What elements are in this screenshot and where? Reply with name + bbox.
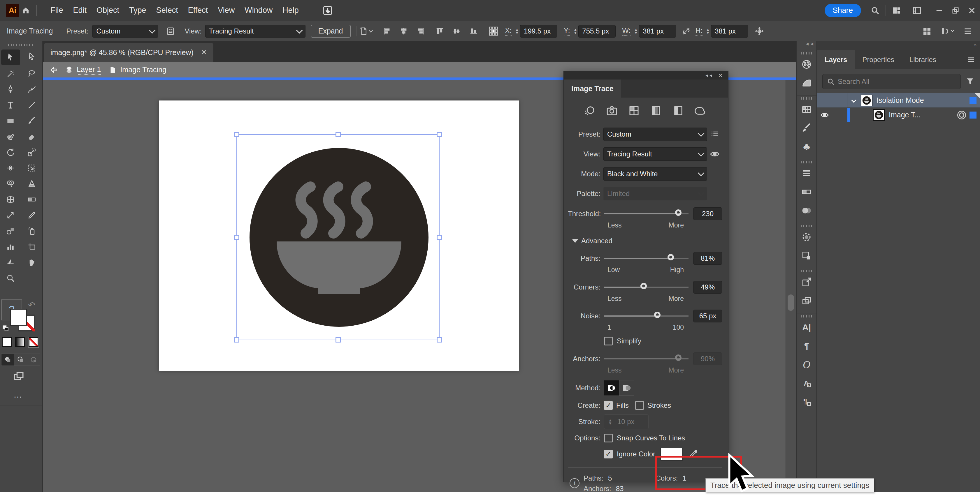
panel-icon-gradient[interactable]: [797, 182, 816, 201]
selection-handle[interactable]: [437, 235, 442, 240]
panel-drag-handle[interactable]: [801, 270, 812, 272]
breadcrumb-layer[interactable]: Layer 1: [77, 65, 101, 75]
share-button[interactable]: Share: [825, 4, 861, 17]
simplify-checkbox[interactable]: [604, 337, 613, 346]
panel-drag-handle[interactable]: [801, 225, 812, 227]
tool-reshape[interactable]: [0, 207, 21, 223]
tool-zoom[interactable]: [0, 270, 21, 286]
lock-column[interactable]: [832, 108, 847, 122]
panel-icon-opentype[interactable]: O: [797, 355, 816, 374]
selection-handle[interactable]: [336, 337, 341, 343]
w-field[interactable]: ▲▼ 381 px: [633, 25, 676, 38]
threshold-track[interactable]: [604, 213, 689, 214]
align-bottom-icon[interactable]: [467, 25, 480, 38]
panel-drag-handle[interactable]: [801, 97, 812, 100]
tool-line-segment[interactable]: [21, 97, 43, 113]
selection-handle[interactable]: [234, 132, 239, 137]
home-icon[interactable]: [19, 4, 32, 17]
method-abutting-button[interactable]: [604, 380, 619, 396]
method-overlapping-button[interactable]: [619, 380, 634, 396]
paths-slider[interactable]: Paths: 81% LowHigh: [568, 252, 722, 274]
panel-icon-transparency[interactable]: [797, 201, 816, 220]
snap-curves-checkbox[interactable]: [604, 434, 613, 443]
preset-grayscale-icon[interactable]: [650, 105, 662, 117]
preset-black-and-white-icon[interactable]: [672, 105, 684, 117]
tool-symbol-sprayer[interactable]: [21, 223, 43, 239]
stepper-icon[interactable]: ▲▼: [573, 28, 577, 34]
preset-low-color-icon[interactable]: [628, 105, 640, 117]
advanced-section-toggle[interactable]: Advanced: [568, 237, 722, 245]
screen-mode-icon[interactable]: [12, 370, 25, 383]
workspace-switcher-icon[interactable]: [890, 4, 903, 17]
tool-eraser[interactable]: [21, 129, 43, 144]
tool-gradient[interactable]: [21, 192, 43, 207]
selection-handle[interactable]: [437, 337, 442, 343]
panel-icon-character[interactable]: A|: [797, 318, 816, 337]
layers-search-input[interactable]: Search All: [822, 74, 961, 89]
tool-free-transform[interactable]: [21, 160, 43, 176]
tool-artboard[interactable]: [21, 239, 43, 255]
close-button[interactable]: [964, 2, 980, 19]
corners-track[interactable]: [604, 287, 689, 288]
draw-normal-button[interactable]: [2, 354, 14, 365]
tab-close-icon[interactable]: ✕: [201, 48, 207, 57]
exit-isolation-arrow-icon[interactable]: [49, 65, 58, 74]
menu-item-select[interactable]: Select: [151, 0, 183, 21]
tool-rectangle[interactable]: [0, 113, 21, 129]
vertical-scrollbar[interactable]: [786, 80, 796, 492]
toolbar-drag-handle[interactable]: [8, 44, 34, 46]
selection-handle[interactable]: [336, 132, 341, 137]
panel-icon-export[interactable]: [797, 273, 816, 292]
menu-item-object[interactable]: Object: [92, 0, 124, 21]
align-center-icon[interactable]: [397, 25, 410, 38]
preset-high-color-icon[interactable]: [606, 105, 618, 117]
panel-drag-handle[interactable]: [801, 52, 812, 54]
tool-paintbrush[interactable]: [21, 113, 43, 129]
tool-slice[interactable]: [0, 255, 21, 270]
fill-swatch[interactable]: [10, 309, 27, 325]
panel-menu-icon[interactable]: [967, 56, 975, 64]
stepper-icon[interactable]: ▲▼: [634, 28, 638, 34]
tool-hand[interactable]: [21, 255, 43, 270]
panel-drag-handle[interactable]: [801, 161, 812, 163]
preset-outline-icon[interactable]: [694, 105, 706, 117]
panel-icon-swatches[interactable]: [797, 100, 816, 119]
menu-item-window[interactable]: Window: [240, 0, 277, 21]
stepper-icon[interactable]: ▲▼: [515, 28, 519, 34]
strokes-checkbox[interactable]: [635, 401, 644, 410]
tool-lasso[interactable]: [21, 66, 43, 81]
fills-checkbox[interactable]: ✓: [604, 401, 613, 410]
panel-icon-appearance[interactable]: [797, 228, 816, 246]
align-right-icon[interactable]: [414, 25, 427, 38]
draw-inside-button[interactable]: [27, 354, 40, 365]
panel-drag-handle[interactable]: [801, 315, 812, 317]
restore-button[interactable]: [947, 2, 964, 19]
menu-item-effect[interactable]: Effect: [183, 0, 213, 21]
align-left-icon[interactable]: [380, 25, 393, 38]
draw-behind-button[interactable]: [14, 354, 27, 365]
layer-thumbnail[interactable]: [861, 95, 872, 106]
panel-icon-paragraph-styles[interactable]: ¶: [797, 393, 816, 411]
corners-knob[interactable]: [640, 283, 647, 289]
mode-dropdown[interactable]: Black and White: [603, 167, 707, 181]
x-field[interactable]: ▲▼ 199.5 px: [514, 25, 557, 38]
layer-row-2[interactable]: Image T...: [817, 108, 980, 122]
noise-value[interactable]: 65 px: [693, 309, 722, 322]
tool-selection[interactable]: [1, 49, 20, 65]
paths-value[interactable]: 81%: [693, 252, 722, 265]
control-menu-icon[interactable]: [961, 25, 974, 38]
selection-bounding-box[interactable]: [236, 134, 439, 340]
panel-icon-brushes[interactable]: [797, 119, 816, 138]
transform-icon[interactable]: [753, 25, 766, 38]
align-middle-icon[interactable]: [450, 25, 463, 38]
selection-square[interactable]: [969, 111, 977, 119]
y-field[interactable]: ▲▼ 755.5 px: [572, 25, 616, 38]
distribute-icon[interactable]: [941, 25, 954, 38]
document-setup-icon[interactable]: [360, 25, 372, 38]
panel-collapse-icon[interactable]: ◄◄: [705, 73, 713, 78]
panel-close-icon[interactable]: ✕: [718, 72, 723, 79]
threshold-slider[interactable]: Threshold: 230 LessMore: [568, 207, 722, 229]
tool-width[interactable]: [0, 160, 21, 176]
menu-item-edit[interactable]: Edit: [68, 0, 92, 21]
eye-icon[interactable]: [707, 149, 722, 159]
